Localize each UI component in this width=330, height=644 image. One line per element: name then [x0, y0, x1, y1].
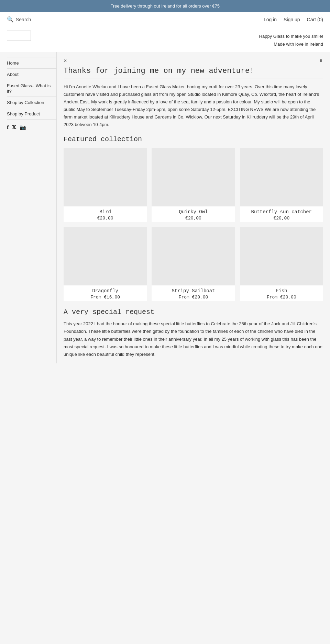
- top-banner: Free delivery through out Ireland for al…: [0, 0, 330, 12]
- search-label[interactable]: Search: [16, 17, 31, 22]
- header-nav: 🔍 Search Log in Sign up Cart (0): [0, 12, 330, 27]
- product-image: [152, 148, 235, 206]
- product-image: [240, 148, 323, 206]
- instagram-icon[interactable]: 📷: [20, 124, 26, 131]
- cart-link[interactable]: Cart (0): [307, 17, 323, 22]
- product-card[interactable]: FishFrom €20,00: [240, 227, 323, 301]
- taglines: Happy Glass to make you smile! Made with…: [259, 31, 323, 48]
- product-price: From €20,00: [241, 295, 322, 300]
- products-grid: Bird€20,00Quirky Owl€20,00Butterfly sun …: [64, 148, 323, 301]
- content-area: ✕ ⏸ Thanks for joining me on my new adve…: [57, 52, 330, 363]
- search-icon: 🔍: [7, 16, 14, 23]
- product-image: [64, 227, 147, 285]
- sidebar-item-about[interactable]: About: [7, 69, 56, 80]
- social-icons: f 𝕏 📷: [7, 120, 56, 131]
- featured-heading: Featured collection: [64, 135, 323, 143]
- sidebar-link-about[interactable]: About: [7, 72, 19, 77]
- sidebar-item-collection[interactable]: Shop by Collection: [7, 97, 56, 108]
- sidebar-item-product[interactable]: Shop by Product: [7, 108, 56, 120]
- main-layout: Home About Fused Glass...What is it? Sho…: [0, 52, 330, 363]
- product-card[interactable]: Stripy SailboatFrom €20,00: [152, 227, 235, 301]
- sidebar-nav: Home About Fused Glass...What is it? Sho…: [7, 57, 56, 120]
- banner-text: Free delivery through out Ireland for al…: [110, 3, 220, 9]
- slideshow-prev-icon[interactable]: ✕: [64, 58, 67, 63]
- product-card[interactable]: DragonflyFrom €16,00: [64, 227, 147, 301]
- product-name: Fish: [241, 288, 322, 294]
- special-text: This year 2022 I had the honour of makin…: [64, 320, 323, 358]
- special-heading: A very special request: [64, 308, 323, 316]
- product-price: €20,00: [65, 216, 145, 221]
- product-name: Bird: [65, 209, 145, 215]
- logo[interactable]: [7, 31, 31, 41]
- search-area[interactable]: 🔍 Search: [7, 16, 257, 23]
- log-in-link[interactable]: Log in: [264, 17, 277, 22]
- twitter-icon[interactable]: 𝕏: [12, 124, 16, 131]
- welcome-text: Hi I'm Annette Whelan and I have been a …: [64, 83, 323, 129]
- sidebar-item-home[interactable]: Home: [7, 57, 56, 69]
- special-section: A very special request This year 2022 I …: [64, 308, 323, 358]
- sidebar-link-fused-glass[interactable]: Fused Glass...What is it?: [7, 83, 51, 94]
- facebook-icon[interactable]: f: [7, 124, 9, 130]
- sidebar-link-collection[interactable]: Shop by Collection: [7, 100, 44, 105]
- sidebar: Home About Fused Glass...What is it? Sho…: [0, 52, 57, 363]
- product-name: Stripy Sailboat: [153, 288, 233, 294]
- slideshow-controls: ✕ ⏸: [64, 57, 323, 67]
- product-card[interactable]: Butterfly sun catcher€20,00: [240, 148, 323, 222]
- tagline-2: Made with love in Ireland: [259, 40, 323, 48]
- product-name: Dragonfly: [65, 288, 145, 294]
- sidebar-link-product[interactable]: Shop by Product: [7, 111, 40, 116]
- product-card[interactable]: Bird€20,00: [64, 148, 147, 222]
- product-price: From €20,00: [153, 295, 233, 300]
- product-image: [64, 148, 147, 206]
- header-links: Log in Sign up: [264, 17, 300, 22]
- product-card[interactable]: Quirky Owl€20,00: [152, 148, 235, 222]
- product-price: €20,00: [241, 216, 322, 221]
- tagline-1: Happy Glass to make you smile!: [259, 32, 323, 40]
- heading-divider: [64, 79, 323, 79]
- sidebar-item-fused-glass[interactable]: Fused Glass...What is it?: [7, 80, 56, 97]
- slideshow-pause-icon[interactable]: ⏸: [319, 58, 323, 63]
- sign-up-link[interactable]: Sign up: [284, 17, 300, 22]
- welcome-heading: Thanks for joining me on my new adventur…: [64, 67, 323, 75]
- product-image: [240, 227, 323, 285]
- product-price: €20,00: [153, 216, 233, 221]
- product-price: From €16,00: [65, 295, 145, 300]
- product-name: Quirky Owl: [153, 209, 233, 215]
- product-image: [152, 227, 235, 285]
- logo-area: Happy Glass to make you smile! Made with…: [0, 27, 330, 52]
- sidebar-link-home[interactable]: Home: [7, 60, 19, 66]
- product-name: Butterfly sun catcher: [241, 209, 322, 215]
